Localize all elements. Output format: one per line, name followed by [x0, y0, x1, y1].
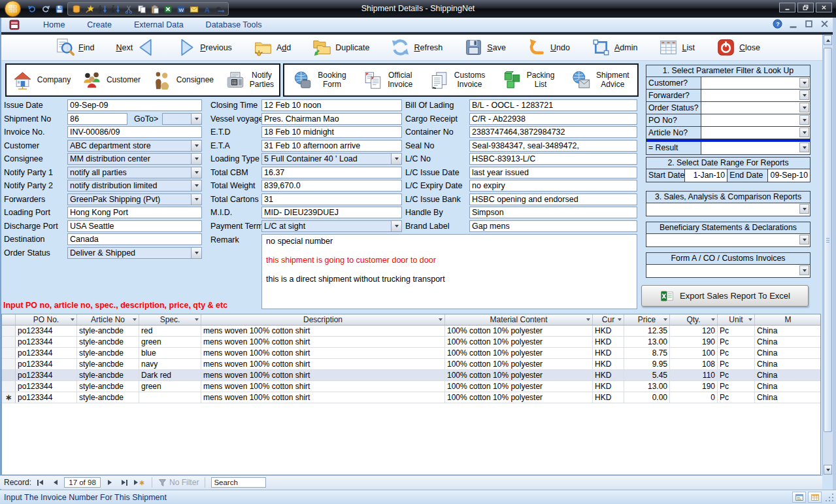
end-date-field[interactable]: 09-Sep-10: [768, 169, 810, 182]
entity-button-packing-list[interactable]: Packing List: [501, 71, 555, 90]
combo-arrow[interactable]: [799, 90, 809, 100]
restore-button[interactable]: [797, 3, 814, 12]
cell[interactable]: green: [139, 337, 201, 348]
ribbon-minimize-button[interactable]: [788, 19, 798, 29]
field-total-cbm[interactable]: 16.37: [261, 167, 402, 178]
start-date-field[interactable]: 1-Jan-10: [685, 169, 727, 182]
tab-external-data[interactable]: External Data: [127, 19, 190, 31]
no-filter-indicator[interactable]: No Filter: [158, 478, 199, 487]
column-header-po-no[interactable]: PO No.: [16, 314, 77, 325]
field-consignee[interactable]: MM distribution center: [67, 153, 202, 165]
cell[interactable]: po123344: [16, 348, 77, 359]
close-button[interactable]: [816, 3, 832, 12]
combo-arrow[interactable]: [191, 194, 201, 205]
entity-button-shipment-advice[interactable]: Shipment Advice: [571, 71, 629, 90]
field-handle-by[interactable]: Simpson: [469, 207, 637, 218]
cell[interactable]: Pc: [718, 348, 755, 359]
cell[interactable]: China: [755, 348, 821, 359]
field-l-c-issue-bank[interactable]: HSBC opening and endorsed: [469, 193, 637, 205]
column-header-unit[interactable]: Unit: [718, 314, 755, 325]
combo-arrow[interactable]: [799, 204, 809, 214]
field-l-c-issue-date[interactable]: last year issued: [469, 167, 637, 178]
cell[interactable]: 13.00: [624, 337, 670, 348]
cell[interactable]: HKD: [593, 359, 624, 370]
export-sales-report-button[interactable]: Export Sales Report To Excel: [641, 285, 809, 307]
combo-arrow[interactable]: [799, 115, 809, 125]
cell[interactable]: Pc: [718, 381, 755, 392]
cell[interactable]: 120: [670, 326, 718, 337]
field-container-no[interactable]: 2383747464,3872984732: [469, 126, 637, 138]
toolbar-button-refresh[interactable]: Refresh: [391, 38, 443, 57]
cell[interactable]: style-ancbde: [77, 392, 139, 403]
cell[interactable]: 100% cotton 10% polyester: [445, 348, 593, 359]
cell[interactable]: Dark red: [139, 370, 201, 381]
scroll-down-button[interactable]: [824, 465, 832, 475]
cell[interactable]: po123344: [16, 392, 77, 403]
combo-arrow[interactable]: [191, 248, 201, 258]
cell[interactable]: 100% cotton 10% polyester: [445, 381, 593, 392]
cell[interactable]: HKD: [593, 381, 624, 392]
toolbar-button-find[interactable]: Find: [56, 38, 94, 57]
combo-arrow[interactable]: [191, 154, 201, 164]
cell[interactable]: po123344: [16, 370, 77, 381]
toolbar-button-close[interactable]: Close: [716, 38, 760, 57]
cell[interactable]: red: [139, 326, 201, 337]
row-selector[interactable]: [2, 326, 16, 337]
field-destination[interactable]: Canada: [67, 233, 202, 245]
field-notify-party-1[interactable]: notify all parties: [67, 167, 202, 178]
cell[interactable]: 190: [670, 381, 718, 392]
cell[interactable]: mens woven 100% cotton shirt: [201, 326, 445, 337]
cell[interactable]: mens woven 100% cotton shirt: [201, 392, 445, 403]
column-header-spec[interactable]: Spec.: [139, 314, 201, 325]
toolbar-button-add[interactable]: Add: [254, 38, 291, 57]
filter-combo-forwarder[interactable]: [701, 90, 810, 101]
field-e-t-d[interactable]: 18 Feb 10 midnight: [261, 126, 402, 138]
cell[interactable]: mens woven 100% cotton shirt: [201, 337, 445, 348]
cell[interactable]: 110: [670, 370, 718, 381]
form-view-button[interactable]: [792, 492, 806, 503]
cell[interactable]: [139, 392, 201, 403]
remark-field[interactable]: no special numberthis shipment is going …: [261, 234, 637, 309]
field-issue-date[interactable]: 09-Sep-09: [67, 99, 202, 111]
field-l-c-no[interactable]: HSBC-83913-L/C: [469, 153, 637, 165]
cell[interactable]: China: [755, 326, 821, 337]
cell[interactable]: po123344: [16, 381, 77, 392]
cell[interactable]: HKD: [593, 326, 624, 337]
scroll-up-button[interactable]: [824, 35, 832, 45]
minimize-button[interactable]: [779, 3, 795, 12]
field-seal-no[interactable]: Seal-9384347, seal-3489472,: [469, 140, 637, 152]
cell[interactable]: 100% cotton 10% polyester: [445, 359, 593, 370]
combo-arrow[interactable]: [799, 235, 809, 244]
entity-button-customs-invoice[interactable]: Customs Invoice: [429, 71, 485, 90]
column-header-m[interactable]: M: [755, 314, 821, 325]
filter-combo-customer[interactable]: [701, 77, 810, 89]
cell[interactable]: po123344: [16, 337, 77, 348]
filter-combo-po-no[interactable]: [701, 114, 810, 126]
cell[interactable]: 0.00: [624, 392, 670, 403]
cell[interactable]: 100% cotton 10% polyester: [445, 337, 593, 348]
column-header-cur[interactable]: Cur: [593, 314, 624, 325]
cell[interactable]: HKD: [593, 392, 624, 403]
filter-combo-order-status[interactable]: [701, 102, 810, 114]
first-record-button[interactable]: [34, 477, 46, 488]
combo-arrow[interactable]: [799, 265, 809, 275]
record-position-field[interactable]: 17 of 98: [64, 477, 101, 488]
combo-arrow[interactable]: [191, 167, 201, 178]
column-header-material-content[interactable]: Material Content: [445, 314, 593, 325]
row-selector[interactable]: [2, 348, 16, 359]
cell[interactable]: 0: [670, 392, 718, 403]
field-invoice-no[interactable]: INV-00086/09: [67, 126, 202, 138]
combo-arrow[interactable]: [799, 78, 809, 88]
record-search-input[interactable]: Search: [211, 477, 266, 488]
field-brand-label[interactable]: Gap mens: [469, 220, 637, 232]
cell[interactable]: 8.75: [624, 348, 670, 359]
next-record-button[interactable]: [103, 477, 116, 488]
cell[interactable]: style-ancbde: [77, 370, 139, 381]
combo-arrow[interactable]: [799, 127, 809, 137]
cell[interactable]: Pc: [718, 326, 755, 337]
cell[interactable]: 12.35: [624, 326, 670, 337]
cell[interactable]: mens woven 100% cotton shirt: [201, 348, 445, 359]
entity-button-company[interactable]: Company: [12, 71, 71, 90]
field-vessel-voyage[interactable]: Pres. Chairman Mao: [261, 113, 402, 125]
column-header-description[interactable]: Description: [201, 314, 445, 325]
